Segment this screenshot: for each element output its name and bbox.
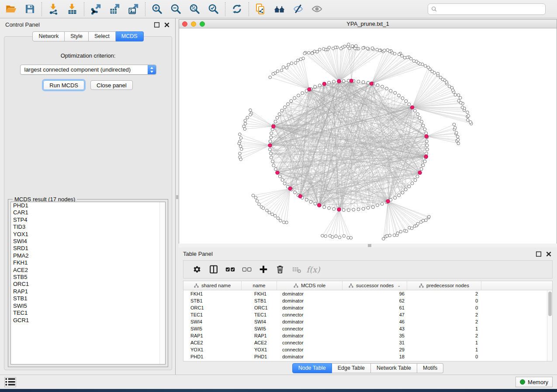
mcds-result-item[interactable]: STB5	[11, 274, 165, 281]
tab-node-table[interactable]: Node Table	[292, 363, 332, 373]
table-row[interactable]: SWI5SWI5connector431	[183, 325, 552, 332]
float-panel-icon[interactable]	[154, 22, 160, 28]
tab-network[interactable]: Network	[32, 31, 65, 41]
splitter-handle[interactable]	[176, 195, 178, 199]
deselect-all-button[interactable]	[239, 262, 255, 277]
tab-mcds[interactable]: MCDS	[116, 31, 144, 41]
column-header-predecessor-nodes[interactable]: predecessor nodes	[407, 281, 481, 290]
show-all-networks-button[interactable]	[270, 2, 289, 17]
zoom-selected-button[interactable]	[204, 2, 223, 17]
mcds-result-item[interactable]: PMA2	[11, 252, 165, 259]
table-row[interactable]: RAP1RAP1dominator352	[183, 332, 552, 339]
settings-gear-button[interactable]	[189, 262, 205, 277]
float-panel-icon[interactable]	[536, 251, 542, 257]
close-panel-button[interactable]: Close panel	[90, 80, 133, 90]
eye-icon	[311, 3, 323, 15]
mcds-result-item[interactable]: SWI5	[11, 303, 165, 309]
mcds-list-scrollbar[interactable]	[159, 202, 165, 364]
refresh-view-button[interactable]	[228, 2, 246, 17]
sort-desc-icon: ⌄	[397, 283, 401, 288]
table-row[interactable]: FKH1FKH1dominator962	[183, 290, 552, 297]
mcds-result-item[interactable]: PHD1	[11, 202, 165, 209]
column-header-successor-nodes[interactable]: successor nodes⌄	[343, 281, 407, 290]
column-header-name[interactable]: name	[242, 281, 277, 290]
add-row-button[interactable]	[255, 262, 272, 277]
export-table-button[interactable]	[105, 2, 124, 17]
mcds-result-item[interactable]: SWI4	[11, 238, 165, 245]
column-header-filler	[481, 281, 552, 290]
save-session-button[interactable]	[21, 2, 39, 17]
mcds-result-item[interactable]: YOX1	[11, 231, 165, 238]
export-network-button[interactable]	[86, 2, 105, 17]
mcds-result-item[interactable]: RAP1	[11, 288, 165, 295]
table-cell: 29	[343, 346, 407, 353]
table-cell: 47	[343, 311, 407, 318]
table-row[interactable]: STB1STB1dominator620	[183, 297, 552, 304]
open-file-button[interactable]	[2, 2, 21, 17]
export-image-button[interactable]	[124, 2, 143, 17]
tab-select[interactable]: Select	[89, 31, 116, 41]
memory-label: Memory	[528, 379, 548, 385]
mcds-result-item[interactable]: ACE2	[11, 267, 165, 274]
zoom-out-button[interactable]	[166, 2, 185, 17]
horizontal-splitter[interactable]	[179, 244, 557, 248]
table-row[interactable]: ORC1ORC1dominator610	[183, 304, 552, 311]
splitter-handle[interactable]	[368, 244, 371, 247]
table-row[interactable]: YOX1YOX1connector291	[183, 346, 552, 353]
table-scrollbar[interactable]	[547, 290, 552, 361]
function-builder-button[interactable]: f(x)	[305, 262, 322, 277]
tab-style[interactable]: Style	[65, 31, 89, 41]
mcds-result-item[interactable]: GCR1	[11, 317, 165, 324]
search-icon	[431, 6, 437, 12]
delete-table-button[interactable]	[288, 262, 305, 277]
memory-button[interactable]: Memory	[515, 377, 553, 387]
tab-motifs[interactable]: Motifs	[417, 363, 443, 373]
run-mcds-button[interactable]: Run MCDS	[43, 80, 84, 90]
mcds-result-item[interactable]: STP4	[11, 217, 165, 224]
mcds-result-group: MCDS result (17 nodes) PHD1CAR1STP4TID3Y…	[8, 199, 168, 367]
table-row[interactable]: SWI4SWI4dominator462	[183, 318, 552, 325]
mcds-result-item[interactable]: CAR1	[11, 209, 165, 216]
close-panel-icon[interactable]	[546, 251, 552, 257]
mcds-result-item[interactable]: SRD1	[11, 245, 165, 252]
criterion-dropdown[interactable]: largest connected component (undirected)	[20, 65, 156, 75]
mcds-result-item[interactable]: TID3	[11, 224, 165, 230]
tab-network-table[interactable]: Network Table	[371, 363, 417, 373]
table-cell: 96	[343, 290, 407, 297]
zoom-in-button[interactable]	[148, 2, 166, 17]
clone-network-button[interactable]	[251, 2, 270, 17]
task-history-button[interactable]	[4, 377, 16, 387]
columns-icon	[209, 265, 218, 274]
column-header-MCDS-role[interactable]: MCDS role	[277, 281, 343, 290]
hide-selected-button[interactable]	[289, 2, 308, 17]
search-box[interactable]	[428, 3, 546, 15]
network-titlebar[interactable]: YPA_prune.txt_1	[179, 20, 557, 28]
zoom-fit-button[interactable]	[185, 2, 204, 17]
import-network-button[interactable]	[44, 2, 63, 17]
tab-edge-table[interactable]: Edge Table	[332, 363, 371, 373]
show-hidden-button[interactable]	[308, 2, 326, 17]
close-panel-icon[interactable]	[164, 22, 170, 28]
mcds-result-item[interactable]: ORC1	[11, 281, 165, 288]
mcds-result-item[interactable]: STB1	[11, 295, 165, 302]
scrollbar-thumb[interactable]	[548, 292, 552, 316]
vertical-splitter[interactable]	[176, 18, 179, 375]
table-row[interactable]: TEC1TEC1connector472	[183, 311, 552, 318]
import-table-button[interactable]	[63, 2, 82, 17]
column-header-shared-name[interactable]: shared name	[183, 281, 242, 290]
table-cell: ACE2	[183, 339, 242, 346]
houses-icon	[273, 3, 285, 15]
eye-slash-icon	[292, 3, 304, 15]
node-table[interactable]: shared namenameMCDS rolesuccessor nodes⌄…	[183, 281, 553, 361]
table-row[interactable]: PHD1PHD1dominator180	[183, 353, 552, 360]
table-row[interactable]: ACE2ACE2connector311	[183, 339, 552, 346]
column-selector-button[interactable]	[205, 262, 222, 277]
table-cell: 31	[343, 339, 407, 346]
delete-rows-button[interactable]	[272, 262, 288, 277]
mcds-result-item[interactable]: FKH1	[11, 259, 165, 266]
mcds-result-item[interactable]: TEC1	[11, 309, 165, 316]
network-canvas[interactable]	[179, 28, 557, 244]
select-all-button[interactable]	[222, 262, 239, 277]
search-input[interactable]	[439, 6, 542, 12]
node-table-header: shared namenameMCDS rolesuccessor nodes⌄…	[183, 281, 552, 290]
